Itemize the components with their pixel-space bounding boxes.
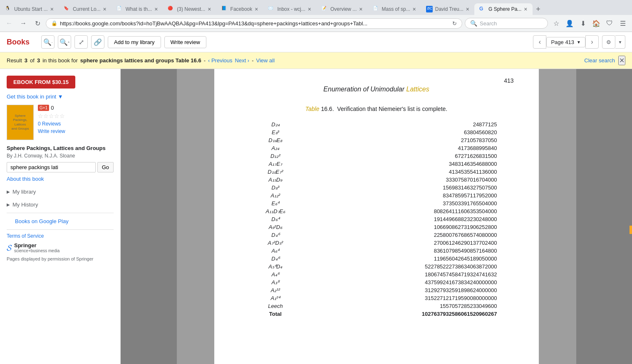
tab-facebook[interactable]: 📘 Facebook × <box>216 3 263 15</box>
tab-title-what: What is th... <box>126 6 152 12</box>
tab-close-what[interactable]: × <box>154 6 158 12</box>
row-label: D₁₆E₈ <box>239 136 312 144</box>
settings-dropdown-button[interactable]: ▼ <box>615 35 625 49</box>
tab-close-current[interactable]: × <box>103 6 107 12</box>
get-book-link[interactable]: Get this book in print ▼ <box>7 93 114 100</box>
ebook-button[interactable]: EBOOK FROM $30.15 <box>7 76 75 89</box>
tab-ubuntu[interactable]: 🐧 Ubuntu Start ... × <box>0 3 59 15</box>
row-label: Total <box>239 310 312 318</box>
table-row: A₁₅D₉33307587016704000 <box>239 176 514 184</box>
tab-close-david[interactable]: × <box>466 6 469 12</box>
next-page-button[interactable]: › <box>585 35 599 49</box>
book-author: By J.H. Conway, N.J.A. Sloane <box>7 153 114 159</box>
table-row: A₇²D₅²270061246290137702400 <box>239 239 514 247</box>
table-row: D₂₄24877125 <box>239 121 514 128</box>
tab-close-overview[interactable]: × <box>359 6 362 12</box>
book-title: Sphere Packings, Lattices and Groups <box>7 145 114 151</box>
result-total: 3 <box>37 57 40 64</box>
books-on-play-link[interactable]: Books on Google Play <box>7 216 114 226</box>
link-button[interactable]: 🔗 <box>91 35 104 49</box>
tab-newest[interactable]: 🔴 (3) Newest... × <box>163 3 216 15</box>
dash2: - <box>252 57 253 64</box>
tab-mass[interactable]: 📄 Mass of sp... × <box>368 3 421 15</box>
tab-inbox[interactable]: ✉️ Inbox - wcj... × <box>263 3 316 15</box>
tab-favicon-current: 🔖 <box>64 6 70 12</box>
browser-toolbar: ← → ↻ 🔒 https://books.google.com/books?i… <box>0 15 632 32</box>
dropdown-icon: ▼ <box>577 40 581 44</box>
table-row: Leech1557057285233049600 <box>239 302 514 310</box>
user-icon[interactable]: 👤 <box>564 17 575 29</box>
write-review-sidebar-link[interactable]: Write review <box>38 128 65 134</box>
star4: ☆ <box>54 113 59 119</box>
back-button[interactable]: ← <box>3 17 15 29</box>
tab-close-newest[interactable]: × <box>208 6 211 12</box>
row-label: D₄⁶ <box>239 231 312 239</box>
table-row: D₁₆E₈271057837050 <box>239 136 514 144</box>
row-label: A₁₁D₇E₆ <box>239 207 312 215</box>
row-label: D₁₂² <box>239 152 312 160</box>
table-row: A₁₇E₇3483146354688000 <box>239 160 514 168</box>
books-logo[interactable]: Books <box>7 38 30 47</box>
pages-notice: Pages displayed by permission of Springe… <box>7 256 114 261</box>
sidebar: EBOOK FROM $30.15 Get this book in print… <box>0 69 121 364</box>
row-label: D₆⁴ <box>239 215 312 223</box>
address-bar[interactable]: 🔒 https://books.google.com/books?id=hoTj… <box>46 18 462 29</box>
tab-favicon-overview: 📝 <box>321 6 328 12</box>
my-library-section: ▶ My library <box>7 187 114 197</box>
fullscreen-button[interactable]: ⤢ <box>74 35 88 49</box>
my-history-header[interactable]: ▶ My History <box>7 200 114 209</box>
row-label: A₂¹² <box>239 286 312 294</box>
close-banner-button[interactable]: ✕ <box>618 56 625 65</box>
tab-current[interactable]: 🔖 Current Lo... × <box>59 3 112 15</box>
table-row: D₁₀E₇²4134535541136000 <box>239 168 514 176</box>
search-input-row: Go <box>7 162 114 172</box>
tab-close-facebook[interactable]: × <box>255 6 258 12</box>
settings-button[interactable]: ⚙ <box>602 35 615 49</box>
new-tab-button[interactable]: + <box>533 3 544 15</box>
menu-button[interactable]: ☰ <box>617 17 629 29</box>
row-label: A₇²D₅² <box>239 239 312 247</box>
go-button[interactable]: Go <box>97 162 114 172</box>
reviews-link[interactable]: 0 Reviews <box>38 121 65 127</box>
row-label: E₈³ <box>239 128 312 136</box>
tab-what[interactable]: 📄 What is th... × <box>112 3 163 15</box>
next-result-link[interactable]: Next › <box>235 57 250 64</box>
tab-close-inbox[interactable]: × <box>308 6 311 12</box>
tab-sphere-active[interactable]: G G Sphere Pa... × <box>474 3 533 15</box>
tab-close-mass[interactable]: × <box>413 6 416 12</box>
view-all-link[interactable]: View all <box>256 57 275 64</box>
previous-result-link[interactable]: ‹ Previous <box>208 57 233 64</box>
publisher-sub: science+business media <box>14 248 59 253</box>
my-library-header[interactable]: ▶ My library <box>7 187 114 197</box>
my-library-arrow: ▶ <box>7 189 10 194</box>
clear-search-group: Clear search ✕ <box>584 56 625 65</box>
zoom-out-button[interactable]: 🔍- <box>41 35 55 49</box>
table-row: E₈³63804560820 <box>239 128 514 136</box>
page-selector-group: ‹ Page 413 ▼ › <box>533 35 599 49</box>
home-button[interactable]: 🏠 <box>590 17 602 29</box>
page-selector[interactable]: Page 413 ▼ <box>546 37 585 47</box>
my-library-label: My library <box>12 189 36 195</box>
tab-overview[interactable]: 📝 Overview ... × <box>316 3 368 15</box>
content-area[interactable]: 413 Enumeration of Unimodular Lattices T… <box>121 69 632 364</box>
about-link[interactable]: About this book <box>7 176 114 182</box>
browser-search-box[interactable]: 🔍 Search <box>465 18 548 29</box>
zoom-in-button[interactable]: 🔍+ <box>58 35 71 49</box>
refresh-button[interactable]: ↻ <box>32 17 43 29</box>
tab-close-sphere[interactable]: × <box>524 6 527 12</box>
clear-search-link[interactable]: Clear search <box>584 57 615 64</box>
download-button[interactable]: ⬇ <box>577 17 589 29</box>
tab-close-ubuntu[interactable]: × <box>50 6 54 12</box>
write-review-button[interactable]: Write review <box>164 36 206 48</box>
row-value: 315227121719590080000000 <box>312 294 513 302</box>
prev-page-button[interactable]: ‹ <box>533 35 546 49</box>
add-library-button[interactable]: Add to my library <box>108 36 161 48</box>
row-label: D₂₄ <box>239 121 312 128</box>
forward-button[interactable]: → <box>17 17 29 29</box>
bookmarks-button[interactable]: ☆ <box>550 17 562 29</box>
left-panel <box>177 69 214 364</box>
shield-button[interactable]: 🛡 <box>604 17 615 29</box>
book-search-input[interactable] <box>7 162 96 172</box>
terms-link[interactable]: Terms of Service <box>7 233 114 239</box>
tab-david[interactable]: BC David Treu... × <box>421 3 474 15</box>
